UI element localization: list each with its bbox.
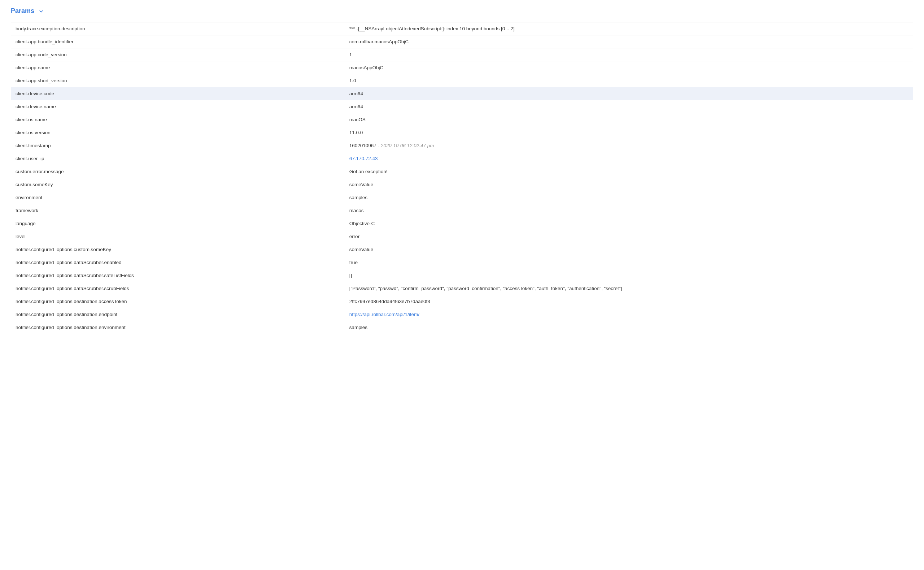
param-value: Objective-C	[345, 217, 913, 230]
param-key: custom.error.message	[11, 165, 345, 178]
table-row[interactable]: client.app.code_version1	[11, 48, 913, 61]
param-key: notifier.configured_options.destination.…	[11, 321, 345, 334]
table-row[interactable]: client.device.codearm64	[11, 87, 913, 100]
param-key: framework	[11, 204, 345, 217]
param-value: macOS	[345, 113, 913, 126]
param-value: com.rollbar.macosAppObjC	[345, 35, 913, 48]
table-row[interactable]: notifier.configured_options.destination.…	[11, 321, 913, 334]
table-row[interactable]: custom.someKeysomeValue	[11, 178, 913, 191]
param-key: notifier.configured_options.custom.someK…	[11, 243, 345, 256]
param-key: custom.someKey	[11, 178, 345, 191]
param-key: notifier.configured_options.dataScrubber…	[11, 269, 345, 282]
param-value: 1.0	[345, 74, 913, 87]
param-value: true	[345, 256, 913, 269]
param-value: samples	[345, 191, 913, 204]
param-key: client.app.name	[11, 61, 345, 74]
param-key: body.trace.exception.description	[11, 22, 345, 35]
param-value: arm64	[345, 100, 913, 113]
param-key: language	[11, 217, 345, 230]
table-row[interactable]: notifier.configured_options.destination.…	[11, 308, 913, 321]
table-row[interactable]: notifier.configured_options.dataScrubber…	[11, 269, 913, 282]
table-row[interactable]: client.app.short_version1.0	[11, 74, 913, 87]
param-value: 67.170.72.43	[345, 152, 913, 165]
table-row[interactable]: body.trace.exception.description*** -[__…	[11, 22, 913, 35]
param-key: client.device.name	[11, 100, 345, 113]
table-row[interactable]: custom.error.messageGot an exception!	[11, 165, 913, 178]
param-key: client.device.code	[11, 87, 345, 100]
param-value: 11.0.0	[345, 126, 913, 139]
param-key: client.os.name	[11, 113, 345, 126]
param-value: https://api.rollbar.com/api/1/item/	[345, 308, 913, 321]
params-section-title: Params	[11, 7, 34, 15]
param-value: ["Password", "passwd", "confirm_password…	[345, 282, 913, 295]
param-key: client.app.code_version	[11, 48, 345, 61]
param-key: environment	[11, 191, 345, 204]
params-section-header[interactable]: Params	[11, 7, 913, 15]
param-value: macosAppObjC	[345, 61, 913, 74]
table-row[interactable]: client.app.namemacosAppObjC	[11, 61, 913, 74]
table-row[interactable]: notifier.configured_options.custom.someK…	[11, 243, 913, 256]
param-value: arm64	[345, 87, 913, 100]
param-key: level	[11, 230, 345, 243]
param-link[interactable]: https://api.rollbar.com/api/1/item/	[349, 312, 419, 317]
table-row[interactable]: client.timestamp1602010967 - 2020-10-06 …	[11, 139, 913, 152]
timestamp-raw: 1602010967 -	[349, 143, 381, 148]
param-value: 2ffc7997ed864dda94f63e7b7daae0f3	[345, 295, 913, 308]
table-row[interactable]: client.app.bundle_identifiercom.rollbar.…	[11, 35, 913, 48]
param-key: notifier.configured_options.dataScrubber…	[11, 256, 345, 269]
param-key: notifier.configured_options.dataScrubber…	[11, 282, 345, 295]
table-row[interactable]: notifier.configured_options.dataScrubber…	[11, 282, 913, 295]
chevron-down-icon	[38, 9, 44, 14]
table-row[interactable]: frameworkmacos	[11, 204, 913, 217]
table-row[interactable]: environmentsamples	[11, 191, 913, 204]
param-value: samples	[345, 321, 913, 334]
param-key: client.user_ip	[11, 152, 345, 165]
timestamp-formatted: 2020-10-06 12:02:47 pm	[381, 143, 434, 148]
param-value: []	[345, 269, 913, 282]
param-key: client.app.short_version	[11, 74, 345, 87]
table-row[interactable]: client.os.namemacOS	[11, 113, 913, 126]
param-value: macos	[345, 204, 913, 217]
param-value: someValue	[345, 243, 913, 256]
param-value: 1	[345, 48, 913, 61]
params-table: body.trace.exception.description*** -[__…	[11, 22, 913, 334]
param-key: notifier.configured_options.destination.…	[11, 308, 345, 321]
table-row[interactable]: client.device.namearm64	[11, 100, 913, 113]
param-value: 1602010967 - 2020-10-06 12:02:47 pm	[345, 139, 913, 152]
param-key: client.timestamp	[11, 139, 345, 152]
param-key: client.app.bundle_identifier	[11, 35, 345, 48]
param-link[interactable]: 67.170.72.43	[349, 156, 378, 161]
param-value: someValue	[345, 178, 913, 191]
param-value: Got an exception!	[345, 165, 913, 178]
table-row[interactable]: notifier.configured_options.destination.…	[11, 295, 913, 308]
param-value: *** -[__NSArrayI objectAtIndexedSubscrip…	[345, 22, 913, 35]
table-row[interactable]: languageObjective-C	[11, 217, 913, 230]
table-row[interactable]: levelerror	[11, 230, 913, 243]
table-row[interactable]: client.user_ip67.170.72.43	[11, 152, 913, 165]
param-key: notifier.configured_options.destination.…	[11, 295, 345, 308]
table-row[interactable]: notifier.configured_options.dataScrubber…	[11, 256, 913, 269]
param-key: client.os.version	[11, 126, 345, 139]
table-row[interactable]: client.os.version11.0.0	[11, 126, 913, 139]
param-value: error	[345, 230, 913, 243]
